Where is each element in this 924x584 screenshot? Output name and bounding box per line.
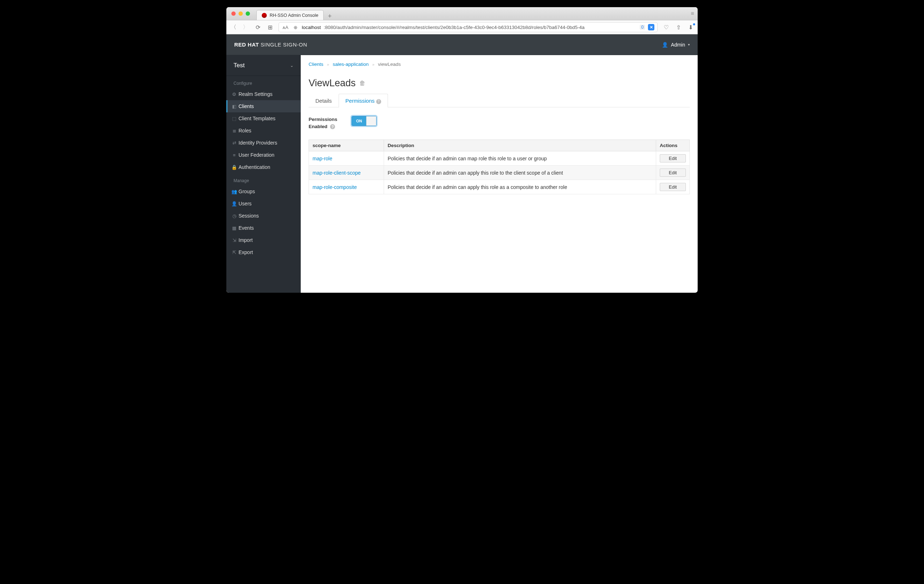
share-icon[interactable]: ⇧ bbox=[675, 24, 682, 31]
url-path: :8080/auth/admin/master/console/#/realms… bbox=[323, 25, 585, 30]
forward-button: 〉 bbox=[242, 24, 249, 31]
nav-icon: 🔒 bbox=[231, 165, 237, 170]
sidebar-item-identity-providers[interactable]: ⇄Identity Providers bbox=[226, 137, 301, 149]
col-scope: scope-name bbox=[309, 140, 384, 151]
sidebar-item-roles[interactable]: ≣Roles bbox=[226, 124, 301, 137]
edit-button[interactable]: Edit bbox=[660, 183, 686, 191]
toggle-label-2: Enabled bbox=[309, 124, 328, 129]
sidebar-item-client-templates[interactable]: ⬚Client Templates bbox=[226, 112, 301, 124]
scope-link[interactable]: map-role-composite bbox=[312, 184, 357, 190]
scope-description: Policies that decide if an admin can app… bbox=[384, 180, 656, 194]
nav-label: Users bbox=[239, 201, 252, 207]
sidebar-item-user-federation[interactable]: ≡User Federation bbox=[226, 149, 301, 161]
tab-strip: RH-SSO Admin Console + bbox=[256, 7, 336, 20]
tab-details[interactable]: Details bbox=[309, 94, 338, 108]
reader-mode-icon[interactable]: ᴀA bbox=[282, 25, 289, 30]
browser-window: RH-SSO Admin Console + ≡ 〈 〉 ⟳ ⊞ ᴀA ⊕ lo… bbox=[226, 7, 698, 293]
permissions-enabled-toggle[interactable]: ON bbox=[351, 116, 376, 126]
user-label: Admin bbox=[671, 42, 685, 48]
app-body: Test ⌄ Configure ⚙Realm Settings◧Clients… bbox=[226, 55, 698, 293]
sidebar-item-import[interactable]: ⇲Import bbox=[226, 234, 301, 246]
crumb-client[interactable]: sales-application bbox=[333, 61, 369, 67]
nav-label: Identity Providers bbox=[239, 140, 277, 146]
favorite-icon[interactable]: ♡ bbox=[663, 24, 670, 31]
nav-label: Realm Settings bbox=[239, 91, 272, 97]
tracking-shield-icon[interactable]: ✕ bbox=[648, 24, 654, 30]
redhat-favicon-icon bbox=[262, 13, 267, 18]
sidebar-item-realm-settings[interactable]: ⚙Realm Settings bbox=[226, 88, 301, 100]
mac-titlebar: RH-SSO Admin Console + ≡ bbox=[226, 7, 698, 20]
site-info-icon[interactable]: ⊕ bbox=[292, 25, 299, 30]
nav-icon: ⚙ bbox=[231, 92, 237, 97]
back-button[interactable]: 〈 bbox=[230, 24, 237, 31]
table-row: map-rolePolicies that decide if an admin… bbox=[309, 151, 690, 166]
section-manage-label: Manage bbox=[226, 173, 301, 185]
edit-button[interactable]: Edit bbox=[660, 154, 686, 162]
permissions-toggle-row: Permissions Enabled ? ON bbox=[309, 116, 690, 131]
nav-icon: ⬚ bbox=[231, 116, 237, 121]
address-bar[interactable]: ᴀA ⊕ localhost:8080/auth/admin/master/co… bbox=[279, 22, 658, 32]
scope-description: Policies that decide if an admin can app… bbox=[384, 166, 656, 180]
realm-selector[interactable]: Test ⌄ bbox=[226, 55, 301, 76]
tab-permissions[interactable]: Permissions? bbox=[338, 94, 388, 108]
section-configure-label: Configure bbox=[226, 76, 301, 88]
crumb-sep-icon: » bbox=[327, 62, 329, 66]
toggle-knob bbox=[366, 116, 376, 126]
brand-logo: RED HAT SINGLE SIGN-ON bbox=[234, 41, 307, 48]
nav-label: Clients bbox=[239, 103, 254, 109]
traffic-lights bbox=[226, 12, 250, 16]
browser-tab-active[interactable]: RH-SSO Admin Console bbox=[256, 10, 323, 20]
downloads-icon[interactable]: ⬇ bbox=[687, 24, 694, 31]
zoom-window-dot[interactable] bbox=[246, 12, 250, 16]
nav-label: Client Templates bbox=[239, 116, 276, 121]
edit-button[interactable]: Edit bbox=[660, 169, 686, 177]
page-title-text: ViewLeads bbox=[309, 78, 356, 89]
tracker-count-badge[interactable]: 0 bbox=[640, 25, 645, 30]
close-window-dot[interactable] bbox=[231, 12, 236, 16]
sidebar-item-groups[interactable]: 👥Groups bbox=[226, 185, 301, 197]
sidebar: Test ⌄ Configure ⚙Realm Settings◧Clients… bbox=[226, 55, 301, 293]
nav-label: Export bbox=[239, 250, 253, 255]
sidebar-item-users[interactable]: 👤Users bbox=[226, 197, 301, 210]
toggle-label-1: Permissions bbox=[309, 117, 337, 122]
tab-title: RH-SSO Admin Console bbox=[270, 13, 318, 18]
brand-bold: RED HAT bbox=[234, 41, 259, 48]
page-title: ViewLeads 🗑 bbox=[309, 78, 690, 89]
nav-label: Sessions bbox=[239, 213, 259, 218]
sidebar-item-events[interactable]: ▦Events bbox=[226, 222, 301, 234]
nav-icon: 👥 bbox=[231, 189, 237, 194]
nav-icon: ◧ bbox=[231, 104, 237, 109]
tabs-overflow-icon[interactable]: ≡ bbox=[691, 10, 694, 17]
nav-label: User Federation bbox=[239, 152, 274, 158]
nav-icon: ≡ bbox=[231, 152, 237, 158]
chevron-down-icon: ⌄ bbox=[290, 63, 294, 68]
realm-name: Test bbox=[234, 62, 244, 69]
nav-label: Roles bbox=[239, 128, 251, 134]
nav-icon: ⇱ bbox=[231, 250, 237, 255]
toggle-on-text: ON bbox=[352, 116, 366, 126]
crumb-clients[interactable]: Clients bbox=[309, 61, 323, 67]
help-icon[interactable]: ? bbox=[376, 99, 381, 104]
browser-toolbar: 〈 〉 ⟳ ⊞ ᴀA ⊕ localhost:8080/auth/admin/m… bbox=[226, 20, 698, 34]
permissions-enabled-label: Permissions Enabled ? bbox=[309, 116, 337, 131]
col-actions: Actions bbox=[656, 140, 690, 151]
sidebar-item-clients[interactable]: ◧Clients bbox=[226, 100, 301, 112]
reload-button[interactable]: ⟳ bbox=[254, 24, 261, 31]
new-tab-button[interactable]: + bbox=[323, 13, 336, 20]
nav-icon: ⇄ bbox=[231, 140, 237, 146]
app-header: RED HAT SINGLE SIGN-ON 👤 Admin ▾ bbox=[226, 34, 698, 55]
minimize-window-dot[interactable] bbox=[239, 12, 243, 16]
tab-permissions-label: Permissions bbox=[345, 98, 375, 104]
nav-label: Authentication bbox=[239, 164, 271, 170]
trash-icon[interactable]: 🗑 bbox=[360, 80, 365, 87]
apps-grid-icon[interactable]: ⊞ bbox=[266, 24, 274, 31]
nav-label: Import bbox=[239, 237, 253, 243]
sidebar-item-sessions[interactable]: ◷Sessions bbox=[226, 210, 301, 222]
scope-link[interactable]: map-role-client-scope bbox=[312, 170, 361, 176]
help-icon[interactable]: ? bbox=[330, 124, 335, 129]
sidebar-item-authentication[interactable]: 🔒Authentication bbox=[226, 161, 301, 173]
sidebar-item-export[interactable]: ⇱Export bbox=[226, 246, 301, 258]
user-menu[interactable]: 👤 Admin ▾ bbox=[662, 42, 690, 48]
user-icon: 👤 bbox=[662, 42, 668, 48]
scope-link[interactable]: map-role bbox=[312, 156, 332, 161]
